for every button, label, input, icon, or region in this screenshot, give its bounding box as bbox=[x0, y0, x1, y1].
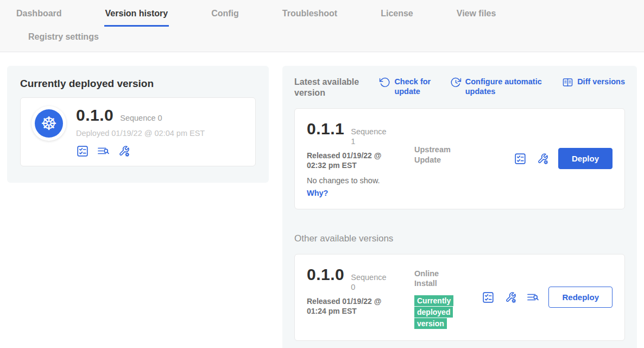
diff-versions-link[interactable]: Diff versions bbox=[562, 77, 625, 88]
tab-dashboard[interactable]: Dashboard bbox=[15, 9, 63, 27]
latest-version-number: 0.1.1 bbox=[307, 120, 344, 138]
currently-deployed-badge: Currently deployed version bbox=[414, 295, 458, 330]
top-nav: Dashboard Version history Config Trouble… bbox=[0, 0, 644, 52]
other-versions-title: Other available versions bbox=[294, 233, 625, 244]
currently-deployed-panel: Currently deployed version ☸ 0.1.0 Seque… bbox=[7, 66, 269, 183]
latest-version-source: Upstream Update bbox=[414, 120, 475, 165]
latest-version-info: 0.1.1 Sequence 1 Released 01/19/22 @ 02:… bbox=[307, 120, 414, 198]
redeploy-button[interactable]: Redeploy bbox=[548, 287, 613, 308]
tab-troubleshoot[interactable]: Troubleshoot bbox=[281, 9, 338, 27]
tab-registry-settings[interactable]: Registry settings bbox=[27, 32, 100, 43]
latest-version-card: 0.1.1 Sequence 1 Released 01/19/22 @ 02:… bbox=[294, 108, 625, 209]
check-for-update-link[interactable]: Check for update bbox=[379, 77, 435, 96]
other-version-info: 0.1.0 Sequence 0 Released 01/19/22 @ 01:… bbox=[307, 265, 414, 316]
tab-config[interactable]: Config bbox=[210, 9, 240, 27]
schedule-refresh-icon bbox=[450, 77, 462, 88]
available-versions-header: Latest available version Check for updat… bbox=[294, 77, 625, 98]
version-history-page: Currently deployed version ☸ 0.1.0 Seque… bbox=[0, 52, 644, 347]
latest-sequence-label: Sequence 1 bbox=[351, 127, 386, 146]
preflight-checks-icon[interactable] bbox=[514, 152, 527, 165]
tab-license[interactable]: License bbox=[380, 9, 414, 27]
deploy-logs-icon[interactable] bbox=[526, 291, 539, 304]
kubernetes-helm-glyph: ☸ bbox=[41, 114, 57, 133]
deploy-button[interactable]: Deploy bbox=[558, 148, 613, 169]
refresh-ccw-icon bbox=[379, 77, 390, 88]
edit-config-icon[interactable] bbox=[536, 152, 549, 165]
nav-row-secondary: Registry settings bbox=[0, 32, 644, 52]
tab-view-files[interactable]: View files bbox=[456, 9, 497, 27]
deployed-version-number: 0.1.0 bbox=[76, 106, 113, 125]
tab-version-history[interactable]: Version history bbox=[104, 9, 169, 27]
configure-automatic-updates-link[interactable]: Configure automatic updates bbox=[450, 77, 548, 96]
check-for-update-label: Check for update bbox=[394, 77, 435, 96]
upstream-update-label: Upstream Update bbox=[414, 145, 460, 165]
deployed-version-card: ☸ 0.1.0 Sequence 0 Deployed 01/19/22 @ 0… bbox=[20, 97, 256, 166]
available-versions-panel: Latest available version Check for updat… bbox=[282, 66, 637, 348]
edit-config-icon[interactable] bbox=[504, 291, 517, 304]
diff-versions-label: Diff versions bbox=[577, 77, 625, 86]
edit-config-icon[interactable] bbox=[117, 145, 130, 158]
why-link[interactable]: Why? bbox=[307, 189, 328, 197]
no-changes-note: No changes to show. bbox=[307, 176, 414, 185]
other-sequence-label: Sequence 0 bbox=[351, 272, 386, 292]
deploy-logs-icon[interactable] bbox=[97, 145, 110, 158]
nav-row-primary: Dashboard Version history Config Trouble… bbox=[0, 9, 644, 27]
preflight-checks-icon[interactable] bbox=[76, 145, 89, 158]
deployed-timestamp: Deployed 01/19/22 @ 02:04 pm EST bbox=[76, 129, 205, 138]
app-logo: ☸ bbox=[31, 106, 66, 141]
other-released-timestamp: Released 01/19/22 @ 01:24 pm EST bbox=[307, 296, 396, 316]
deployed-version-info: 0.1.0 Sequence 0 Deployed 01/19/22 @ 02:… bbox=[76, 106, 205, 158]
deployed-panel-title: Currently deployed version bbox=[20, 78, 256, 90]
diff-versions-icon bbox=[562, 77, 573, 88]
preflight-checks-icon[interactable] bbox=[482, 291, 495, 304]
latest-released-timestamp: Released 01/19/22 @ 02:32 pm EST bbox=[307, 151, 396, 170]
kubernetes-logo-icon: ☸ bbox=[35, 109, 63, 138]
other-version-number: 0.1.0 bbox=[307, 265, 344, 284]
online-install-label: Online Install bbox=[414, 269, 460, 289]
other-version-card: 0.1.0 Sequence 0 Released 01/19/22 @ 01:… bbox=[294, 254, 625, 341]
other-version-source: Online Install Currently deployed versio… bbox=[414, 265, 475, 330]
other-version-actions: Redeploy bbox=[482, 287, 613, 308]
currently-deployed-badge-label: Currently deployed version bbox=[414, 295, 453, 329]
configure-automatic-updates-label: Configure automatic updates bbox=[465, 77, 548, 96]
latest-available-title: Latest available version bbox=[294, 77, 365, 98]
deployed-actions bbox=[76, 145, 205, 158]
deployed-sequence-label: Sequence 0 bbox=[120, 113, 162, 123]
latest-version-actions: Deploy bbox=[514, 148, 613, 169]
